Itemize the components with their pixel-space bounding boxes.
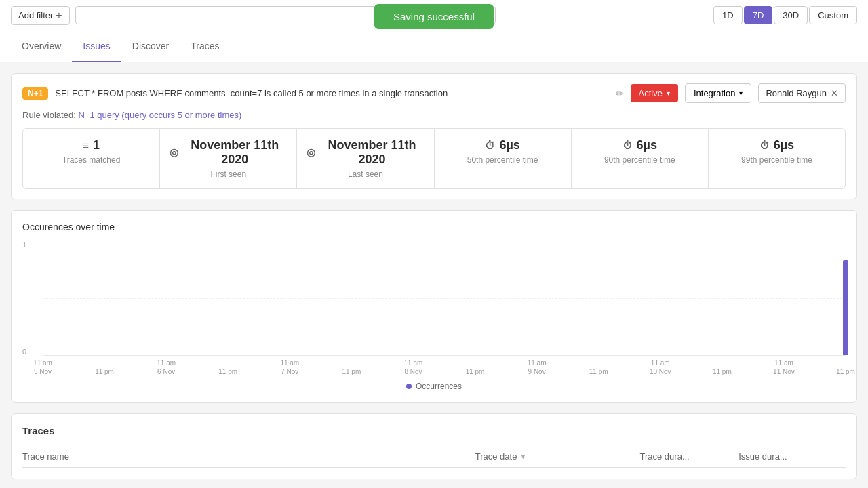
th-trace-date[interactable]: Trace date ▼ bbox=[475, 446, 640, 468]
n1-badge: N+1 bbox=[22, 87, 48, 100]
x-label: 11 am8 Nov bbox=[401, 359, 425, 376]
plus-icon: + bbox=[56, 9, 62, 22]
traces-table: Trace name Trace date ▼ Trace dura... Is… bbox=[22, 446, 846, 468]
top-bar: Add filter + Saving successful 1D 7D 30D… bbox=[0, 0, 868, 31]
x-label: 11 am6 Nov bbox=[154, 359, 178, 376]
sort-icon: ▼ bbox=[519, 453, 526, 460]
legend-dot bbox=[406, 384, 412, 389]
th-trace-duration: Trace dura... bbox=[640, 446, 739, 468]
assignee-tag: Ronald Raygun ✕ bbox=[758, 83, 846, 103]
time-1d-button[interactable]: 1D bbox=[713, 6, 743, 24]
nav-tabs: Overview Issues Discover Traces bbox=[0, 31, 868, 62]
chart-area: 1 0 11 am5 Nov11 pm11 am6 Nov11 pm11 am7… bbox=[22, 241, 846, 376]
chart-legend: Occurrences bbox=[22, 382, 846, 391]
time-custom-button[interactable]: Custom bbox=[809, 6, 857, 24]
chart-inner bbox=[43, 241, 846, 356]
issue-card: N+1 SELECT * FROM posts WHERE comments_c… bbox=[11, 73, 857, 199]
stat-p90: ⏱ 6µs 90th percentile time bbox=[572, 129, 709, 188]
x-label: 11 am10 Nov bbox=[648, 359, 673, 376]
th-trace-name: Trace name bbox=[22, 446, 475, 468]
x-label: 11 pm bbox=[463, 367, 488, 376]
chevron-down-icon: ▾ bbox=[739, 89, 743, 97]
time-range-selector: 1D 7D 30D Custom bbox=[713, 6, 857, 24]
traces-title: Traces bbox=[22, 425, 846, 436]
chart-card: Occurences over time 1 0 11 am5 Nov11 pm… bbox=[11, 210, 857, 403]
add-filter-button[interactable]: Add filter + bbox=[11, 6, 70, 25]
x-label: 11 am9 Nov bbox=[525, 359, 549, 376]
x-label: 11 pm bbox=[710, 367, 734, 376]
rule-link[interactable]: N+1 query (query occurs 5 or more times) bbox=[78, 110, 241, 120]
tab-discover[interactable]: Discover bbox=[121, 31, 180, 62]
y-label-max: 1 bbox=[22, 241, 26, 249]
x-label: 11 am11 Nov bbox=[772, 359, 796, 376]
saving-toast: Saving successful bbox=[374, 4, 494, 29]
list-icon: ≡ bbox=[83, 140, 89, 151]
tab-issues[interactable]: Issues bbox=[72, 31, 121, 62]
stats-row: ≡ 1 Traces matched ◎ November 11th 2020 … bbox=[22, 128, 846, 189]
main-content: N+1 SELECT * FROM posts WHERE comments_c… bbox=[0, 62, 868, 488]
integration-button[interactable]: Integration ▾ bbox=[685, 83, 751, 103]
x-label: 11 pm bbox=[339, 367, 363, 376]
tab-overview[interactable]: Overview bbox=[11, 31, 72, 62]
clock-icon: ◎ bbox=[307, 146, 315, 159]
stat-p50: ⏱ 6µs 50th percentile time bbox=[435, 129, 572, 188]
rule-violated: Rule violated: N+1 query (query occurs 5… bbox=[22, 110, 846, 120]
edit-icon[interactable]: ✏ bbox=[616, 88, 624, 99]
timer-icon: ⏱ bbox=[623, 140, 633, 151]
remove-assignee-button[interactable]: ✕ bbox=[831, 88, 838, 98]
tab-traces[interactable]: Traces bbox=[180, 31, 230, 62]
timer-icon: ⏱ bbox=[485, 140, 495, 151]
x-label: 11 am7 Nov bbox=[277, 359, 302, 376]
issue-title: SELECT * FROM posts WHERE comments_count… bbox=[55, 88, 608, 98]
x-label: 11 am5 Nov bbox=[31, 359, 55, 376]
x-label: 11 pm bbox=[833, 367, 858, 376]
legend-label: Occurrences bbox=[416, 382, 462, 391]
x-label: 11 pm bbox=[587, 367, 611, 376]
add-filter-label: Add filter bbox=[18, 10, 53, 20]
chevron-down-icon: ▾ bbox=[667, 89, 670, 97]
th-issue-duration: Issue dura... bbox=[738, 446, 846, 468]
clock-icon: ◎ bbox=[170, 146, 178, 159]
stat-first-seen: ◎ November 11th 2020 First seen bbox=[160, 129, 297, 188]
y-label-min: 0 bbox=[22, 348, 26, 356]
chart-bar bbox=[843, 260, 848, 355]
issue-header: N+1 SELECT * FROM posts WHERE comments_c… bbox=[22, 83, 846, 103]
x-label: 11 pm bbox=[216, 367, 240, 376]
timer-icon: ⏱ bbox=[760, 140, 770, 151]
assignee-name: Ronald Raygun bbox=[766, 88, 827, 98]
y-axis: 1 0 bbox=[22, 241, 32, 356]
stat-last-seen: ◎ November 11th 2020 Last seen bbox=[297, 129, 434, 188]
x-label: 11 pm bbox=[92, 367, 117, 376]
traces-card: Traces Trace name Trace date ▼ Trace dur… bbox=[11, 413, 857, 479]
time-30d-button[interactable]: 30D bbox=[774, 6, 808, 24]
time-7d-button[interactable]: 7D bbox=[744, 6, 773, 24]
status-button[interactable]: Active ▾ bbox=[631, 84, 678, 102]
stat-p99: ⏱ 6µs 99th percentile time bbox=[709, 129, 845, 188]
chart-title: Occurences over time bbox=[22, 222, 846, 232]
stat-traces-matched: ≡ 1 Traces matched bbox=[23, 129, 160, 188]
